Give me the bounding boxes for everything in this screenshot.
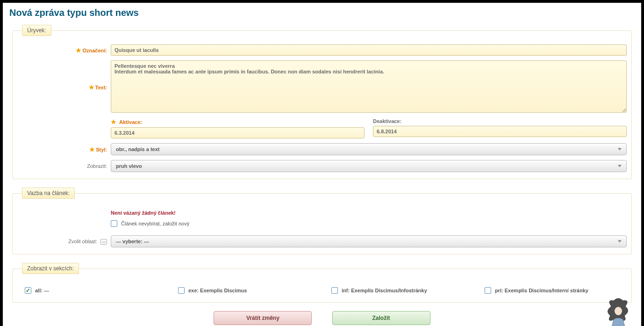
styl-select[interactable]: obr., nadpis a text bbox=[111, 143, 627, 155]
zobrazit-select[interactable]: pruh vlevo bbox=[111, 160, 627, 172]
star-icon: ★ bbox=[111, 118, 116, 125]
legend-uryvek: Úryvek: bbox=[22, 25, 51, 36]
fieldset-uryvek: Úryvek: ★Označení: ★Text: Pellentesque n… bbox=[12, 25, 632, 179]
new-article-checkbox-label: Článek nevybírat, založit nový bbox=[121, 221, 189, 226]
save-button[interactable]: Založit bbox=[332, 311, 430, 325]
oblast-select[interactable]: --- vyberte: --- bbox=[111, 235, 627, 247]
label-aktivace: ★Aktivace: bbox=[111, 118, 365, 125]
aktivace-input[interactable] bbox=[111, 127, 365, 138]
oznaceni-input[interactable] bbox=[111, 44, 627, 56]
section-item: pri: Exemplis Discimus/Interní stránky bbox=[485, 287, 619, 294]
section-item: inf: Exemplis Discimus/Infostránky bbox=[331, 287, 466, 294]
decorative-figure-icon bbox=[602, 297, 635, 326]
article-warning: Není vázaný žádný článek! bbox=[111, 210, 627, 216]
text-textarea[interactable]: Pellentesque nec viverra Interdum et mal… bbox=[111, 60, 627, 113]
svg-point-1 bbox=[615, 307, 622, 315]
section-checkbox[interactable] bbox=[25, 287, 31, 294]
hint-icon[interactable]: ▭ bbox=[100, 239, 107, 245]
deaktivace-input[interactable] bbox=[373, 126, 627, 137]
section-label: inf: Exemplis Discimus/Infostránky bbox=[342, 288, 427, 293]
section-label: pri: Exemplis Discimus/Interní stránky bbox=[495, 288, 588, 293]
label-text: ★Text: bbox=[17, 84, 111, 91]
revert-button[interactable]: Vrátit změny bbox=[214, 311, 312, 325]
legend-sekce: Zobrazit v sekcích: bbox=[22, 263, 79, 274]
legend-vazba: Vazba na článek: bbox=[22, 188, 75, 199]
star-icon: ★ bbox=[89, 146, 95, 153]
section-label: all: --- bbox=[35, 288, 49, 293]
new-article-checkbox[interactable] bbox=[111, 220, 117, 227]
section-checkbox[interactable] bbox=[485, 287, 491, 294]
fieldset-vazba: Vazba na článek: Není vázaný žádný článe… bbox=[12, 188, 632, 254]
page-title: Nová zpráva typu short news bbox=[9, 7, 636, 18]
styl-select-value: obr., nadpis a text bbox=[116, 146, 160, 152]
label-oznaceni: ★Označení: bbox=[17, 47, 111, 54]
fieldset-sekce: Zobrazit v sekcích: all: ---exe: Exempli… bbox=[12, 263, 632, 303]
section-label: exe: Exemplis Discimus bbox=[188, 288, 247, 293]
star-icon: ★ bbox=[76, 47, 81, 54]
oblast-select-value: --- vyberte: --- bbox=[116, 239, 149, 244]
section-item: all: --- bbox=[25, 287, 159, 294]
star-icon: ★ bbox=[89, 84, 94, 91]
zobrazit-select-value: pruh vlevo bbox=[116, 163, 142, 169]
label-deaktivace: Deaktivace: bbox=[373, 118, 627, 124]
label-zobrazit: Zobrazit: bbox=[17, 163, 111, 169]
label-styl: ★Styl: bbox=[17, 146, 111, 153]
section-item: exe: Exemplis Discimus bbox=[178, 287, 313, 294]
section-checkbox[interactable] bbox=[331, 287, 338, 294]
chevron-down-icon bbox=[618, 148, 622, 151]
section-checkbox[interactable] bbox=[178, 287, 185, 294]
label-oblast: Zvolit oblast: ▭ bbox=[17, 239, 111, 245]
chevron-down-icon bbox=[618, 240, 622, 243]
chevron-down-icon bbox=[618, 165, 622, 167]
